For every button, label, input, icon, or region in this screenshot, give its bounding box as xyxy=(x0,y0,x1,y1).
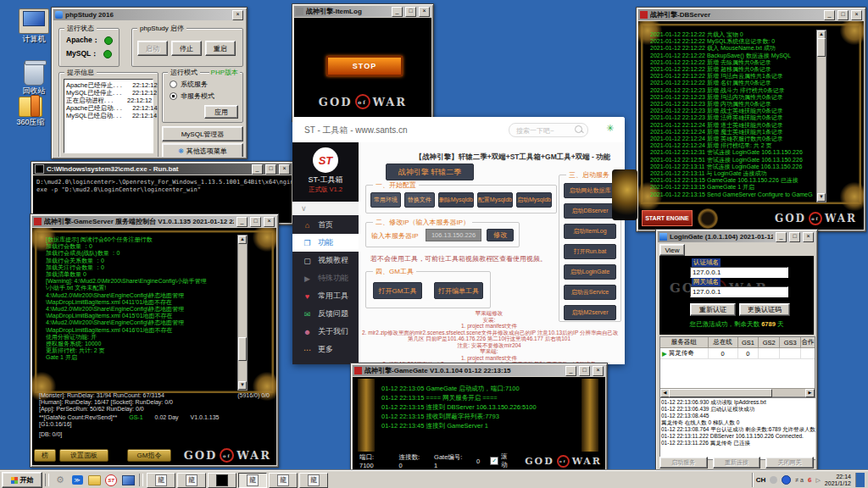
close-icon[interactable]: × xyxy=(279,164,290,175)
col-total-online[interactable]: 总在线 xyxy=(709,337,738,347)
quicklaunch-powershell-icon[interactable]: ≫ xyxy=(70,474,84,487)
service-button[interactable]: 打开Run.bat xyxy=(564,244,616,259)
change-code-button[interactable]: 更换认证码 xyxy=(739,303,790,316)
gamegate-titlebar[interactable]: 战神引擎-GameGate V1.0.1.104 01-12 22:13:15 … xyxy=(353,365,605,376)
maximize-icon[interactable]: □ xyxy=(250,217,261,227)
footer-button[interactable]: 关闭网关 xyxy=(765,457,814,469)
toolbox-titlebar[interactable]: ST - 工具箱 - www.sants.cn 搜索一下吧~ ✳ xyxy=(292,117,625,143)
taskbar-window-dragon-5[interactable]: 龍 xyxy=(299,473,328,488)
tray-icon-360[interactable]: 6 xyxy=(808,476,811,484)
search-input[interactable]: 搜索一下吧~ xyxy=(509,123,588,137)
search-icon[interactable] xyxy=(575,125,582,133)
service-button[interactable]: 启动云Service xyxy=(564,285,616,300)
gameserver-log[interactable]: [数据库提示] 阅读行会60个任务注册行数加载行会数量 ：0加载行会成员(战队)… xyxy=(46,236,234,387)
gate-domain-input[interactable]: 127.0.0.1 xyxy=(690,286,788,297)
quicklaunch-tool-icon[interactable]: ⚙ xyxy=(53,474,67,487)
start-button[interactable]: 开始 xyxy=(2,472,42,488)
radio-system-service[interactable]: 系统服务 xyxy=(170,80,208,89)
setup-button[interactable]: 替换文件 xyxy=(404,192,435,208)
language-indicator[interactable]: CH xyxy=(756,476,766,484)
minimize-icon[interactable]: _ xyxy=(565,366,576,376)
quicklaunch-st-icon[interactable]: ST xyxy=(104,474,118,487)
scroll-right-icon[interactable]: ▶ xyxy=(805,389,815,397)
setup-button[interactable]: 配置Mysqldb xyxy=(477,192,513,208)
show-desktop-button[interactable] xyxy=(855,473,865,487)
taskbar-window-dragon-2[interactable]: 龍 xyxy=(177,473,206,488)
col-server-group[interactable]: 服务器组 xyxy=(660,337,709,347)
scroll-down-icon[interactable]: ▼ xyxy=(238,381,247,390)
col-gs2[interactable]: GS2 xyxy=(759,337,780,347)
start-button[interactable]: 启动 xyxy=(137,41,168,56)
sidebar-item-more[interactable]: ⋯更多 xyxy=(292,341,359,358)
sidebar-item-video-tutorials[interactable]: ▢视频教程 xyxy=(292,252,359,269)
scroll-thumb[interactable] xyxy=(238,337,247,361)
service-button[interactable]: 启动ItemLog xyxy=(564,224,616,239)
connection-status-icon[interactable]: ✳ xyxy=(606,124,614,133)
col-gs3[interactable]: GS3 xyxy=(780,337,801,347)
footer-button[interactable]: 重新连接 xyxy=(713,457,761,469)
sidebar-item-common-tools[interactable]: ♥常用工具 xyxy=(292,287,359,305)
scroll-up-icon[interactable]: ▲ xyxy=(238,236,247,244)
service-button[interactable]: 启动DBserver xyxy=(564,203,616,219)
minimize-icon[interactable]: _ xyxy=(252,164,263,175)
table-hscrollbar[interactable]: ◀ ▶ xyxy=(660,388,815,396)
mysql-admin-button[interactable]: MySQL管理器 xyxy=(162,126,243,141)
tray-icon-grey[interactable] xyxy=(770,476,777,484)
start-engine-button[interactable]: START ENGINE xyxy=(642,210,693,226)
gamegate-log[interactable]: 01-12 22:13:05 GameGate 启动成功，端口:710001-1… xyxy=(381,384,576,430)
sidebar-item-about-us[interactable]: ☻关于我们 xyxy=(292,323,359,341)
sidebar-item-special-features[interactable]: ▶特殊功能 xyxy=(292,269,359,287)
dbserver-log[interactable]: 2021-01-12 22:12:22 共载入 宝物 02021-01-12 2… xyxy=(650,31,813,199)
message-list[interactable]: Apache已经停止. . . 22:12:12MySQL已经停止. . . 2… xyxy=(64,79,153,153)
minimize-icon[interactable]: _ xyxy=(392,7,403,17)
service-button[interactable]: 启动网站数据库 xyxy=(564,183,616,198)
scroll-down-icon[interactable]: ▼ xyxy=(817,193,826,202)
other-options-button[interactable]: ❋其他选项菜单 xyxy=(162,143,243,157)
stop-button[interactable]: 停止 xyxy=(171,41,202,56)
maximize-icon[interactable]: □ xyxy=(579,366,590,376)
engine-tab[interactable]: 战神引擎 轩辕二季 xyxy=(386,164,474,180)
quicklaunch-folder-icon[interactable] xyxy=(87,474,101,487)
scroll-checkbox[interactable]: ✓ 滚动 xyxy=(490,452,513,469)
cmd-output[interactable]: D:\mud2.0\logincenter>.\Openresty_For_Wi… xyxy=(36,179,290,194)
tray-expand-icon[interactable]: ▷ xyxy=(815,477,820,484)
close-icon[interactable]: × xyxy=(593,366,604,376)
close-icon[interactable]: × xyxy=(803,232,814,242)
close-icon[interactable]: × xyxy=(851,10,862,20)
taskbar-window-dragon-1[interactable]: 龍 xyxy=(147,473,175,488)
close-icon[interactable]: × xyxy=(232,10,243,20)
logingate-titlebar[interactable]: LoginGate (1.0.1.104) 2021-01-12 2... _□… xyxy=(658,231,815,242)
reauth-button[interactable]: 重新认证 xyxy=(690,303,736,316)
quicklaunch-computer-icon[interactable] xyxy=(121,474,135,487)
scroll-thumb[interactable] xyxy=(817,38,826,57)
minimize-icon[interactable]: _ xyxy=(236,217,248,227)
phpstudy-titlebar[interactable]: phpStudy 2016 × xyxy=(53,9,245,20)
scroll-thumb[interactable] xyxy=(669,389,772,397)
itemlog-titlebar[interactable]: 战神引擎-ItemLog _□× xyxy=(294,6,431,17)
view-menu[interactable]: View xyxy=(659,244,685,256)
clock[interactable]: 22:14 2021/1/12 xyxy=(825,474,851,487)
tray-icon-misc[interactable]: ≠ a xyxy=(795,477,804,483)
logingate-log[interactable]: 01-12 22:13:06.930 成功读取 IpAddress.txt01-… xyxy=(659,397,815,460)
taskbar-window-dragon-4[interactable]: 龍 xyxy=(269,473,298,488)
gm-command-button[interactable]: GM指令 xyxy=(127,449,171,462)
stop-button[interactable]: STOP xyxy=(326,56,403,76)
table-row[interactable]: ▶翼龙传奇 0 0 xyxy=(660,348,815,359)
taskbar-window-cmd[interactable] xyxy=(208,473,236,488)
tray-icon-blue[interactable] xyxy=(782,475,791,485)
gm-tool-button[interactable]: 打开编单工具 xyxy=(434,282,483,299)
close-icon[interactable]: × xyxy=(419,7,430,17)
auth-domain-input[interactable]: 127.0.0.1 xyxy=(690,267,788,278)
maximize-icon[interactable]: □ xyxy=(837,10,849,20)
footer-button[interactable]: 启动服务 xyxy=(659,457,708,469)
desktop-icon-360zip[interactable]: 360压缩 xyxy=(3,95,58,128)
setup-button[interactable]: 常用环境 xyxy=(370,192,401,208)
ranking-button[interactable]: 榜 xyxy=(34,449,56,462)
php-version-link[interactable]: PHP版本 xyxy=(209,68,240,77)
col-gs1[interactable]: GS1 xyxy=(738,337,760,347)
checkbox-icon[interactable]: ✓ xyxy=(490,457,498,465)
maximize-icon[interactable]: □ xyxy=(405,7,416,17)
sidebar-collapse-chevron[interactable]: ∨ xyxy=(292,202,367,215)
gameserver-titlebar[interactable]: 战神引擎-GameServer 服务端控制台 V1.0.1.135 2021-0… xyxy=(32,216,276,227)
maximize-icon[interactable]: □ xyxy=(789,232,800,242)
